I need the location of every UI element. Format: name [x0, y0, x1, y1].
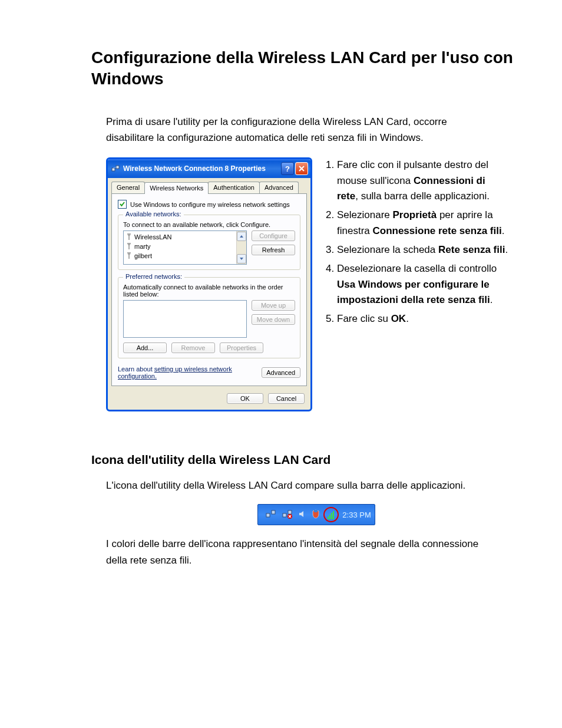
dialog-title: Wireless Network Connection 8 Properties [123, 164, 280, 173]
svg-rect-5 [288, 510, 292, 514]
antenna-icon [126, 233, 132, 241]
svg-rect-4 [283, 513, 286, 517]
screenshot-dialog: Wireless Network Connection 8 Properties… [106, 157, 312, 411]
refresh-button[interactable]: Refresh [252, 245, 295, 255]
tab-wireless-networks[interactable]: Wireless Networks [144, 182, 209, 194]
tab-general[interactable]: General [111, 182, 145, 193]
tab-strip: General Wireless Networks Authentication… [111, 182, 307, 193]
svg-rect-0 [112, 168, 115, 171]
tray-volume-icon [298, 510, 306, 520]
step-item: Fare clic con il pulsante destro del mou… [337, 157, 509, 204]
svg-rect-7 [314, 510, 318, 512]
available-networks-title: Available networks: [123, 210, 184, 218]
add-button[interactable]: Add... [123, 342, 167, 353]
close-button[interactable] [295, 162, 308, 175]
preferred-networks-title: Preferred networks: [123, 273, 184, 280]
antenna-icon [126, 243, 132, 250]
use-windows-checkbox[interactable] [118, 200, 127, 209]
use-windows-label: Use Windows to configure my wireless net… [130, 201, 290, 208]
instructions-list: Fare clic con il pulsante destro del mou… [324, 157, 509, 330]
tray-signal-icon [323, 507, 339, 522]
tray-clock: 2:33 PM [342, 510, 371, 519]
preferred-hint: Automatically connect to available netwo… [123, 284, 295, 298]
scroll-up-button[interactable] [237, 232, 246, 241]
step-item: Selezionare Proprietà per aprire la fine… [337, 207, 509, 239]
configure-button[interactable]: Configure [252, 230, 295, 241]
move-up-button[interactable]: Move up [252, 300, 295, 311]
tab-advanced[interactable]: Advanced [259, 182, 299, 193]
scroll-down-button[interactable] [237, 254, 246, 263]
move-down-button[interactable]: Move down [252, 314, 295, 325]
body-paragraph: L'icona dell'utility della Wireless LAN … [106, 477, 491, 493]
available-hint: To connect to an available network, clic… [123, 221, 295, 228]
taskbar-tray: 2:33 PM [257, 504, 375, 525]
network-icon [111, 165, 120, 172]
intro-paragraph: Prima di usare l'utility per la configur… [106, 114, 491, 146]
ok-button[interactable]: OK [227, 393, 263, 404]
page-title: Configurazione della Wireless LAN Card p… [91, 47, 527, 90]
body-paragraph: I colori delle barre dell'icona rapprese… [106, 536, 491, 568]
tray-network-icon [266, 509, 276, 521]
section-heading: Icona dell'utility della Wireless LAN Ca… [91, 453, 527, 467]
cancel-button[interactable]: Cancel [268, 393, 305, 404]
svg-rect-3 [272, 510, 275, 514]
properties-button[interactable]: Properties [220, 342, 263, 353]
tab-authentication[interactable]: Authentication [208, 182, 260, 193]
advanced-button[interactable]: Advanced [262, 367, 300, 378]
step-item: Selezionare la scheda Rete senza fili. [337, 242, 509, 258]
list-item[interactable]: marty [125, 242, 235, 251]
tray-network-disabled-icon [282, 509, 293, 521]
step-item: Deselezionare la casella di controllo Us… [337, 261, 509, 308]
list-item[interactable]: WirelessLAN [125, 232, 235, 242]
svg-rect-2 [266, 513, 270, 517]
step-item: Fare clic su OK. [337, 311, 509, 327]
learn-text: Learn about setting up wireless network … [118, 365, 257, 380]
dialog-titlebar: Wireless Network Connection 8 Properties… [108, 159, 310, 178]
available-networks-list[interactable]: WirelessLAN marty gilbert [123, 230, 247, 265]
list-item[interactable]: gilbert [125, 251, 235, 261]
antenna-icon [126, 252, 132, 259]
help-button[interactable]: ? [281, 162, 294, 175]
remove-button[interactable]: Remove [171, 342, 215, 353]
preferred-networks-list[interactable] [123, 300, 247, 338]
tray-shield-icon [312, 509, 319, 521]
